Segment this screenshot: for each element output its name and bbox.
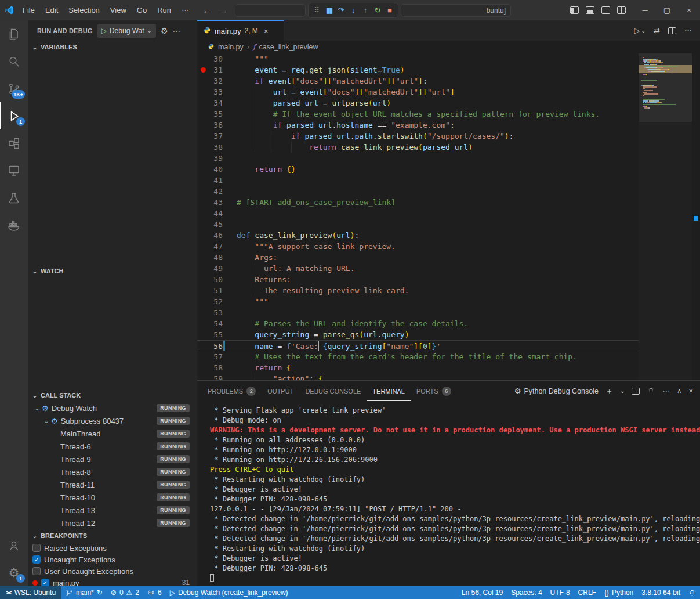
- code-line-55[interactable]: 55 query_string = parse_qs(url.query): [197, 329, 639, 340]
- breakpoint-item[interactable]: Raised Exceptions: [28, 542, 197, 554]
- panel-tab-problems[interactable]: PROBLEMS2: [202, 381, 262, 401]
- activity-testing[interactable]: [0, 184, 28, 211]
- glyph-margin[interactable]: [197, 341, 209, 351]
- code-line-45[interactable]: 45: [197, 219, 639, 230]
- code-line-39[interactable]: 39: [197, 153, 639, 164]
- split-terminal-icon[interactable]: [632, 388, 640, 395]
- tab-main-py[interactable]: main.py 2, M ×: [197, 20, 284, 41]
- panel-tab-debug-console[interactable]: DEBUG CONSOLE: [299, 381, 367, 401]
- maximize-panel-icon[interactable]: ∧: [677, 387, 681, 395]
- encoding-item[interactable]: UTF-8: [546, 586, 574, 599]
- breakpoint-item[interactable]: ✓Uncaught Exceptions: [28, 554, 197, 565]
- minimize-button[interactable]: ─: [634, 0, 656, 20]
- open-changes-icon[interactable]: ⇄: [654, 26, 660, 35]
- call-stack-item[interactable]: Thread-8RUNNING: [28, 466, 197, 478]
- glyph-margin[interactable]: [197, 53, 209, 64]
- code-line-50[interactable]: 50 Returns:: [197, 274, 639, 285]
- indentation-item[interactable]: Spaces: 4: [507, 586, 546, 599]
- menu-run[interactable]: Run: [152, 0, 176, 20]
- code-line-42[interactable]: 42: [197, 186, 639, 197]
- toggle-panel-icon[interactable]: [586, 6, 594, 14]
- breakpoint-checkbox[interactable]: ✓: [41, 579, 49, 586]
- restart-icon[interactable]: ↻: [372, 4, 383, 17]
- start-debug-icon[interactable]: ▷: [101, 27, 107, 35]
- activity-run-and-debug[interactable]: 1: [0, 102, 28, 129]
- split-editor-icon[interactable]: [668, 27, 676, 34]
- code-line-40[interactable]: 40 return {}: [197, 164, 639, 175]
- menu-selection[interactable]: Selection: [63, 0, 104, 20]
- code-line-31[interactable]: 31 event = req.get_json(silent=True): [197, 64, 639, 75]
- call-stack-item[interactable]: ⌄⚙Debug WatchRUNNING: [28, 402, 197, 414]
- call-stack-item[interactable]: Thread-10RUNNING: [28, 491, 197, 504]
- code-line-38[interactable]: 38 return case_link_preview(parsed_url): [197, 142, 639, 153]
- glyph-margin[interactable]: [197, 164, 209, 175]
- maximize-button[interactable]: ▢: [656, 0, 678, 20]
- code-line-57[interactable]: 57 # Uses the text from the card's heade…: [197, 351, 639, 362]
- notifications-item[interactable]: [684, 586, 700, 599]
- code-editor[interactable]: 30 """31 event = req.get_json(silent=Tru…: [197, 53, 700, 380]
- code-line-32[interactable]: 32 if event["docs"]["matchedUrl"]["url"]…: [197, 75, 639, 86]
- close-button[interactable]: ×: [678, 0, 700, 20]
- glyph-margin[interactable]: [197, 153, 209, 164]
- forward-arrow-icon[interactable]: →: [219, 5, 228, 15]
- glyph-margin[interactable]: [197, 208, 209, 219]
- close-panel-icon[interactable]: ×: [688, 387, 693, 395]
- code-line-35[interactable]: 35 # If the event object URL matches a s…: [197, 109, 639, 120]
- call-stack-item[interactable]: Thread-11RUNNING: [28, 478, 197, 491]
- minimap[interactable]: [639, 53, 692, 380]
- problems-item[interactable]: ⊘ 0 ⚠ 2: [107, 586, 143, 599]
- code-line-47[interactable]: 47 """A support case link preview.: [197, 241, 639, 252]
- back-arrow-icon[interactable]: ←: [202, 5, 211, 15]
- debug-status-item[interactable]: ▷ Debug Watch (create_link_preview): [166, 586, 292, 599]
- breakpoint-item[interactable]: User Uncaught Exceptions: [28, 565, 197, 577]
- activity-docker[interactable]: [0, 211, 28, 239]
- active-terminal-label[interactable]: ⚙ Python Debug Console: [514, 387, 599, 395]
- glyph-margin[interactable]: [197, 175, 209, 186]
- code-line-52[interactable]: 52 """: [197, 296, 639, 307]
- python-interpreter-item[interactable]: 3.8.10 64-bit: [637, 586, 684, 599]
- code-line-49[interactable]: 49 url: A matching URL.: [197, 263, 639, 274]
- overview-ruler[interactable]: [692, 53, 700, 380]
- call-stack-header[interactable]: ⌄ CALL STACK: [28, 389, 197, 402]
- call-stack-item[interactable]: Thread-9RUNNING: [28, 453, 197, 466]
- kill-terminal-icon[interactable]: [647, 387, 655, 395]
- toggle-sidebar-icon[interactable]: [570, 6, 579, 14]
- glyph-margin[interactable]: [197, 131, 209, 142]
- menu-edit[interactable]: Edit: [40, 0, 63, 20]
- eol-item[interactable]: CRLF: [574, 586, 600, 599]
- glyph-margin[interactable]: [197, 307, 209, 318]
- stop-icon[interactable]: ■: [384, 4, 396, 17]
- glyph-margin[interactable]: [197, 230, 209, 241]
- glyph-margin[interactable]: [197, 64, 209, 75]
- glyph-margin[interactable]: [197, 142, 209, 153]
- glyph-margin[interactable]: [197, 263, 209, 274]
- glyph-margin[interactable]: [197, 296, 209, 307]
- glyph-margin[interactable]: [197, 318, 209, 329]
- breakpoint-dot-icon[interactable]: [201, 67, 206, 73]
- activity-accounts[interactable]: [0, 532, 28, 559]
- command-center-search[interactable]: buntu]: [401, 4, 511, 17]
- menu-file[interactable]: File: [17, 0, 40, 20]
- activity-settings[interactable]: ⚙1: [0, 559, 28, 586]
- activity-search[interactable]: [0, 48, 28, 75]
- chevron-down-icon[interactable]: ⌄: [32, 405, 42, 412]
- step-over-icon[interactable]: ↷: [335, 4, 347, 17]
- panel-tab-ports[interactable]: PORTS6: [411, 381, 457, 401]
- breakpoint-checkbox[interactable]: [32, 544, 41, 552]
- call-stack-item[interactable]: MainThreadRUNNING: [28, 427, 197, 440]
- code-line-58[interactable]: 58 return {: [197, 362, 639, 373]
- glyph-margin[interactable]: [197, 373, 209, 380]
- glyph-margin[interactable]: [197, 109, 209, 120]
- menu-view[interactable]: View: [105, 0, 132, 20]
- panel-tab-output[interactable]: OUTPUT: [262, 381, 299, 401]
- pause-icon[interactable]: ▮▮: [323, 4, 335, 17]
- code-line-59[interactable]: 59 "action": {: [197, 373, 639, 380]
- call-stack-item[interactable]: Thread-6RUNNING: [28, 440, 197, 453]
- glyph-margin[interactable]: [197, 120, 209, 131]
- ports-item[interactable]: 6: [143, 586, 166, 599]
- breakpoint-checkbox[interactable]: ✓: [32, 555, 41, 564]
- close-tab-icon[interactable]: ×: [264, 27, 269, 35]
- glyph-margin[interactable]: [197, 329, 209, 340]
- breakpoint-item[interactable]: ✓main.py31: [28, 577, 197, 586]
- glyph-margin[interactable]: [197, 219, 209, 230]
